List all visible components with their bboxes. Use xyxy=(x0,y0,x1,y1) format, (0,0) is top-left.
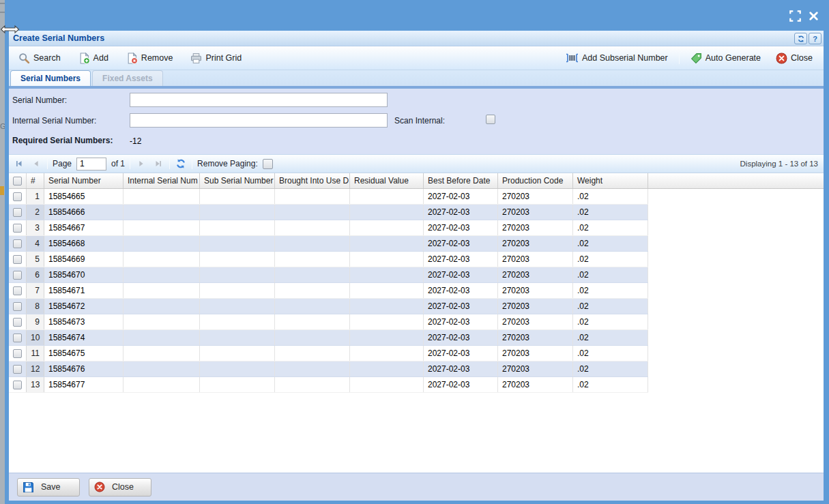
cell-weight: .02 xyxy=(573,252,648,267)
cell-best-before: 2027-02-03 xyxy=(424,267,498,282)
remove-button[interactable]: Remove xyxy=(122,50,177,67)
print-grid-button[interactable]: Print Grid xyxy=(186,50,246,67)
row-checkbox[interactable] xyxy=(13,255,22,264)
tab-fixed-assets[interactable]: Fixed Assets xyxy=(92,70,163,86)
row-checkbox[interactable] xyxy=(13,271,22,280)
select-all-checkbox-cell[interactable] xyxy=(9,173,27,188)
column-header--[interactable]: # xyxy=(27,173,44,188)
cell-weight: .02 xyxy=(573,283,648,298)
cell-internal xyxy=(123,299,200,314)
close-red-icon xyxy=(94,481,105,492)
table-row[interactable]: 8158546722027-02-03270203.02 xyxy=(9,299,648,314)
table-row[interactable]: 1158546652027-02-03270203.02 xyxy=(9,189,648,205)
add-button[interactable]: Add xyxy=(74,50,113,67)
cell-best-before: 2027-02-03 xyxy=(424,236,498,251)
cell-internal xyxy=(123,346,200,361)
barcode-icon xyxy=(566,53,579,63)
save-button[interactable]: Save xyxy=(17,478,80,496)
cell-best-before: 2027-02-03 xyxy=(424,377,498,392)
table-row[interactable]: 10158546742027-02-03270203.02 xyxy=(9,330,648,346)
row-checkbox[interactable] xyxy=(13,286,22,295)
cell-best-before: 2027-02-03 xyxy=(424,252,498,267)
cell-sub xyxy=(200,205,275,220)
cell-sub xyxy=(200,346,275,361)
cell-serial: 15854670 xyxy=(44,267,123,282)
refresh-grid-icon[interactable] xyxy=(175,158,187,170)
auto-generate-button[interactable]: Auto Generate xyxy=(686,50,765,67)
table-row[interactable]: 2158546662027-02-03270203.02 xyxy=(9,205,648,220)
row-number-cell: 13 xyxy=(27,377,44,392)
background-line xyxy=(0,3,5,4)
tab-serial-numbers[interactable]: Serial Numbers xyxy=(10,70,91,86)
row-checkbox[interactable] xyxy=(13,381,22,389)
row-checkbox[interactable] xyxy=(13,365,22,374)
remove-icon xyxy=(126,53,138,64)
cell-internal xyxy=(123,330,200,345)
cell-best-before: 2027-02-03 xyxy=(424,346,498,361)
cell-production: 270203 xyxy=(498,189,573,204)
refresh-tool-icon[interactable] xyxy=(794,33,807,44)
cell-sub xyxy=(200,189,275,204)
close-button[interactable]: Close xyxy=(89,478,151,496)
column-header-residual-value[interactable]: Residual Value xyxy=(350,173,424,188)
column-header-serial-number[interactable]: Serial Number xyxy=(44,173,123,188)
row-checkbox[interactable] xyxy=(13,192,22,201)
resize-cursor-icon xyxy=(0,25,20,34)
first-page-icon[interactable] xyxy=(13,158,25,170)
remove-paging-label: Remove Paging: xyxy=(197,159,258,168)
row-number-cell: 4 xyxy=(27,236,44,251)
table-row[interactable]: 13158546772027-02-03270203.02 xyxy=(9,377,648,393)
internal-serial-number-input[interactable] xyxy=(130,113,388,128)
column-header-production-code[interactable]: Production Code xyxy=(498,173,573,188)
close-toolbar-button[interactable]: Close xyxy=(772,50,817,67)
row-checkbox-cell xyxy=(9,377,27,392)
column-header-best-before-date[interactable]: Best Before Date xyxy=(424,173,498,188)
row-number-cell: 10 xyxy=(27,330,44,345)
row-checkbox[interactable] xyxy=(13,349,22,358)
add-subserial-number-button[interactable]: Add Subserial Number xyxy=(562,50,672,65)
next-page-icon[interactable] xyxy=(135,158,147,170)
cell-production: 270203 xyxy=(498,267,573,282)
cell-best-before: 2027-02-03 xyxy=(424,205,498,220)
scan-internal-checkbox[interactable] xyxy=(486,115,495,124)
column-header-weight[interactable]: Weight xyxy=(573,173,648,188)
row-checkbox-cell xyxy=(9,220,27,235)
search-button[interactable]: Search xyxy=(14,50,65,67)
maximize-icon[interactable] xyxy=(789,10,801,22)
cell-residual xyxy=(350,220,424,235)
cell-sub xyxy=(200,283,275,298)
print-icon xyxy=(190,53,202,64)
table-row[interactable]: 7158546712027-02-03270203.02 xyxy=(9,283,648,299)
last-page-icon[interactable] xyxy=(152,158,164,170)
row-checkbox[interactable] xyxy=(13,318,22,327)
prev-page-icon[interactable] xyxy=(30,158,42,170)
cell-serial: 15854676 xyxy=(44,361,123,376)
row-checkbox[interactable] xyxy=(13,239,22,248)
add-icon xyxy=(78,53,90,64)
cell-weight: .02 xyxy=(573,314,648,329)
table-row[interactable]: 12158546762027-02-03270203.02 xyxy=(9,361,648,377)
table-row[interactable]: 3158546672027-02-03270203.02 xyxy=(9,220,648,236)
row-checkbox[interactable] xyxy=(13,224,22,233)
table-row[interactable]: 4158546682027-02-03270203.02 xyxy=(9,236,648,252)
remove-paging-checkbox[interactable] xyxy=(263,159,273,169)
row-checkbox[interactable] xyxy=(13,302,22,311)
column-header-brought-into-use-d[interactable]: Brought Into Use D xyxy=(275,173,350,188)
serial-number-input[interactable] xyxy=(130,93,388,107)
table-row[interactable]: 9158546732027-02-03270203.02 xyxy=(9,314,648,330)
page-number-input[interactable] xyxy=(76,158,106,171)
cell-brought xyxy=(275,299,350,314)
table-row[interactable]: 11158546752027-02-03270203.02 xyxy=(9,346,648,361)
table-row[interactable]: 5158546692027-02-03270203.02 xyxy=(9,252,648,267)
column-header-internal-serial-num[interactable]: Internal Serial Num xyxy=(123,173,200,188)
row-checkbox[interactable] xyxy=(13,208,22,217)
cell-brought xyxy=(275,189,350,204)
select-all-checkbox[interactable] xyxy=(13,177,22,186)
cell-brought xyxy=(275,252,350,267)
column-header-sub-serial-number[interactable]: Sub Serial Number xyxy=(200,173,275,188)
cell-sub xyxy=(200,220,275,235)
close-window-icon[interactable] xyxy=(807,10,819,22)
table-row[interactable]: 6158546702027-02-03270203.02 xyxy=(9,267,648,283)
row-checkbox[interactable] xyxy=(13,333,22,342)
help-tool-icon[interactable]: ? xyxy=(809,33,821,44)
